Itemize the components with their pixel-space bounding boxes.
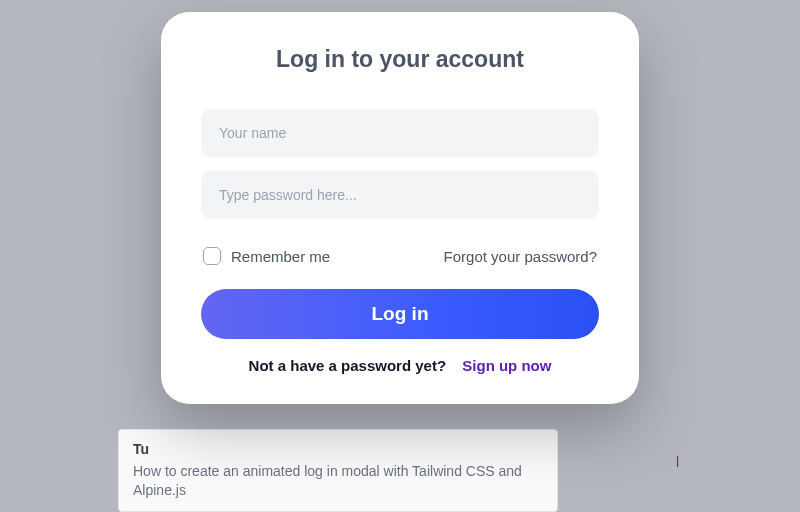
signup-link[interactable]: Sign up now	[462, 357, 551, 374]
login-button[interactable]: Log in	[201, 289, 599, 339]
username-input[interactable]	[201, 109, 599, 157]
background-right-fragment: l	[676, 454, 680, 472]
modal-title: Log in to your account	[201, 46, 599, 73]
background-article-card: Tu How to create an animated log in moda…	[118, 429, 558, 512]
login-modal: Log in to your account Remember me Forgo…	[161, 12, 639, 404]
signup-prompt: Not a have a password yet?	[249, 357, 447, 374]
remember-me-text: Remember me	[231, 248, 330, 265]
background-article-subtitle: How to create an animated log in modal w…	[133, 462, 543, 501]
password-input[interactable]	[201, 171, 599, 219]
remember-me-checkbox[interactable]	[203, 247, 221, 265]
forgot-password-link[interactable]: Forgot your password?	[444, 248, 597, 265]
signup-row: Not a have a password yet? Sign up now	[201, 357, 599, 374]
remember-me-label[interactable]: Remember me	[203, 247, 330, 265]
background-article-title: Tu	[133, 440, 543, 460]
options-row: Remember me Forgot your password?	[201, 247, 599, 265]
